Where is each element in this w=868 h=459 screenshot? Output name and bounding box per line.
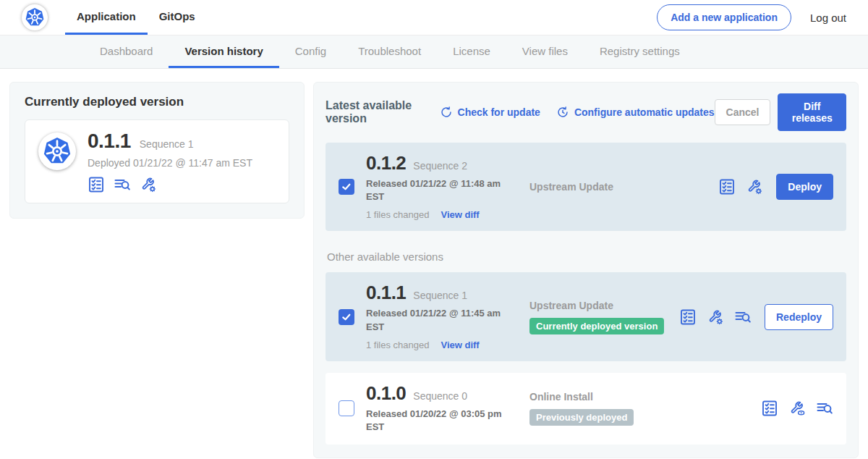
tab-config[interactable]: Config bbox=[279, 35, 342, 68]
app-icon-badge bbox=[38, 132, 76, 170]
version-number: 0.1.2 bbox=[366, 153, 406, 172]
version-checkbox[interactable] bbox=[339, 309, 354, 325]
config-wrench-eye-icon[interactable] bbox=[788, 400, 806, 417]
checklist-icon[interactable] bbox=[718, 178, 736, 195]
check-icon bbox=[341, 181, 352, 193]
checklist-icon[interactable] bbox=[679, 308, 697, 326]
latest-available-title: Latest available version bbox=[326, 99, 424, 125]
refresh-icon bbox=[440, 106, 453, 119]
version-source-label: Upstream Update bbox=[529, 181, 718, 193]
kubernetes-app-icon bbox=[41, 135, 73, 167]
sequence-label: Sequence 2 bbox=[413, 160, 467, 172]
previously-deployed-badge: Previously deployed bbox=[529, 409, 634, 426]
add-new-application-button[interactable]: Add a new application bbox=[657, 4, 791, 30]
version-row-0-1-1: 0.1.1 Sequence 1 Released 01/21/22 @ 11:… bbox=[326, 272, 846, 361]
version-row-0-1-0: 0.1.0 Sequence 0 Released 01/20/22 @ 03:… bbox=[326, 373, 846, 445]
currently-deployed-badge: Currently deployed version bbox=[529, 318, 664, 334]
config-wrench-gear-icon[interactable] bbox=[140, 176, 157, 193]
sequence-label: Sequence 0 bbox=[413, 390, 467, 402]
tab-troubleshoot[interactable]: Troubleshoot bbox=[342, 35, 437, 68]
deployed-version-number: 0.1.1 bbox=[88, 131, 131, 151]
redeploy-button[interactable]: Redeploy bbox=[765, 304, 833, 330]
version-number: 0.1.0 bbox=[366, 384, 406, 403]
version-checkbox[interactable] bbox=[339, 179, 354, 195]
view-diff-link[interactable]: View diff bbox=[441, 209, 479, 220]
version-source-label: Upstream Update bbox=[529, 300, 679, 311]
kubernetes-logo bbox=[22, 4, 48, 30]
logs-search-icon[interactable] bbox=[816, 400, 833, 417]
version-row-0-1-2: 0.1.2 Sequence 2 Released 01/21/22 @ 11:… bbox=[326, 143, 846, 231]
clock-refresh-icon bbox=[556, 106, 569, 119]
available-versions-panel: Latest available version Check for updat… bbox=[313, 82, 859, 458]
view-diff-link[interactable]: View diff bbox=[441, 340, 479, 350]
logout-link[interactable]: Log out bbox=[810, 12, 846, 24]
deployed-sequence-label: Sequence 1 bbox=[140, 138, 194, 150]
configure-automatic-updates-label: Configure automatic updates bbox=[574, 106, 715, 118]
main-content: Currently deployed version 0.1.1 Sequenc… bbox=[0, 69, 868, 458]
logs-search-icon[interactable] bbox=[734, 308, 752, 326]
checklist-icon[interactable] bbox=[88, 176, 105, 193]
kubernetes-logo-icon bbox=[24, 7, 46, 28]
check-for-update-link[interactable]: Check for update bbox=[440, 106, 540, 119]
files-changed-label: 1 files changed bbox=[366, 209, 429, 220]
tab-license[interactable]: License bbox=[437, 35, 506, 68]
diff-releases-button[interactable]: Diff releases bbox=[778, 93, 846, 131]
check-for-update-label: Check for update bbox=[458, 106, 540, 118]
tab-gitops[interactable]: GitOps bbox=[148, 0, 207, 35]
deployed-timestamp: Deployed 01/21/22 @ 11:47 am EST bbox=[88, 157, 252, 169]
configure-automatic-updates-link[interactable]: Configure automatic updates bbox=[556, 106, 715, 119]
config-wrench-gear-icon[interactable] bbox=[746, 178, 763, 195]
deployed-version-box: 0.1.1 Sequence 1 Deployed 01/21/22 @ 11:… bbox=[25, 119, 289, 203]
tab-view-files[interactable]: View files bbox=[506, 35, 584, 68]
checklist-icon[interactable] bbox=[761, 400, 778, 417]
tab-dashboard[interactable]: Dashboard bbox=[84, 35, 169, 68]
tab-registry-settings[interactable]: Registry settings bbox=[584, 35, 696, 68]
cancel-button[interactable]: Cancel bbox=[715, 99, 771, 125]
currently-deployed-title: Currently deployed version bbox=[25, 95, 289, 109]
files-changed-label: 1 files changed bbox=[366, 340, 429, 350]
sequence-label: Sequence 1 bbox=[413, 290, 467, 301]
config-wrench-gear-icon[interactable] bbox=[707, 308, 724, 326]
tab-version-history[interactable]: Version history bbox=[169, 35, 278, 68]
version-checkbox[interactable] bbox=[339, 400, 354, 416]
version-number: 0.1.1 bbox=[366, 283, 406, 302]
other-available-versions-title: Other available versions bbox=[327, 250, 845, 263]
released-timestamp: Released 01/21/22 @ 11:48 am EST bbox=[366, 177, 502, 203]
released-timestamp: Released 01/21/22 @ 11:45 am EST bbox=[366, 307, 502, 333]
logs-search-icon[interactable] bbox=[114, 176, 131, 193]
app-sub-nav: Dashboard Version history Config Trouble… bbox=[0, 35, 868, 69]
top-nav: Application GitOps Add a new application… bbox=[0, 0, 868, 35]
released-timestamp: Released 01/20/22 @ 03:05 pm EST bbox=[366, 408, 502, 434]
version-source-label: Online Install bbox=[529, 391, 761, 403]
tab-application[interactable]: Application bbox=[65, 0, 148, 35]
deploy-button[interactable]: Deploy bbox=[776, 174, 833, 200]
check-icon bbox=[341, 311, 352, 323]
currently-deployed-card: Currently deployed version 0.1.1 Sequenc… bbox=[9, 82, 305, 219]
